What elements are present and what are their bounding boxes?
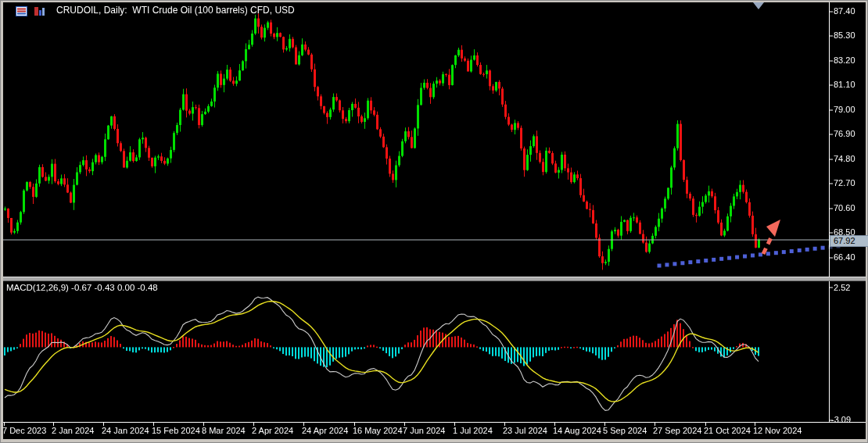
price-tick-label: 66.40 xyxy=(834,252,855,262)
time-tick-label: 23 Jul 2024 xyxy=(503,426,547,435)
chart-canvas[interactable] xyxy=(0,0,868,443)
pane-separator[interactable] xyxy=(3,277,866,281)
time-tick-label: 12 Nov 2024 xyxy=(753,426,802,435)
price-tick-label: 79.00 xyxy=(834,105,855,114)
time-tick-label: 7 Dec 2023 xyxy=(2,426,46,435)
quotes-icon[interactable] xyxy=(16,5,28,16)
price-tick-label: 81.10 xyxy=(834,80,855,89)
price-tick-label: 87.40 xyxy=(834,6,855,16)
chart-shift-marker-icon[interactable] xyxy=(753,2,764,9)
price-tick-label: 74.80 xyxy=(834,154,855,163)
price-tick-label: 85.30 xyxy=(834,30,855,40)
terminal-window: CRUDOIL, Daily: WTI Crude Oil (100 barre… xyxy=(0,0,868,443)
time-tick-label: 5 Sep 2024 xyxy=(603,426,647,435)
time-tick-label: 21 Oct 2024 xyxy=(704,426,751,435)
time-tick-label: 7 Jun 2024 xyxy=(403,426,445,435)
chart-title: CRUDOIL, Daily: WTI Crude Oil (100 barre… xyxy=(56,5,295,16)
time-tick-label: 15 Feb 2024 xyxy=(152,426,200,435)
time-tick-label: 2 Jan 2024 xyxy=(52,426,94,435)
price-tick-label: 83.20 xyxy=(834,55,855,65)
time-tick-label: 2 Apr 2024 xyxy=(252,426,293,435)
price-tick-label: 72.70 xyxy=(834,178,855,188)
chart-title-bar: CRUDOIL, Daily: WTI Crude Oil (100 barre… xyxy=(16,5,295,16)
time-tick-label: 24 Jan 2024 xyxy=(102,426,149,435)
macd-indicator-label: MACD(12,26,9) -0.67 -0.43 0.00 -0.48 xyxy=(6,283,158,292)
macd-scale-min-label: -3.09 xyxy=(831,415,851,424)
time-tick-label: 27 Sep 2024 xyxy=(653,426,701,435)
price-tick-label: 76.90 xyxy=(834,129,855,138)
macd-scale-max-label: 2.52 xyxy=(834,283,850,292)
current-price-badge: 67.92 xyxy=(830,235,868,247)
time-tick-label: 14 Aug 2024 xyxy=(553,426,601,435)
time-tick-label: 24 Apr 2024 xyxy=(302,426,348,435)
time-scale-border xyxy=(3,422,866,423)
time-tick-label: 1 Jul 2024 xyxy=(453,426,493,435)
price-scale-border xyxy=(829,2,830,422)
price-tick-label: 70.60 xyxy=(834,203,855,213)
time-tick-label: 16 May 2024 xyxy=(353,426,403,435)
time-tick-label: 8 Mar 2024 xyxy=(202,426,246,435)
bar-chart-icon[interactable] xyxy=(34,5,46,16)
